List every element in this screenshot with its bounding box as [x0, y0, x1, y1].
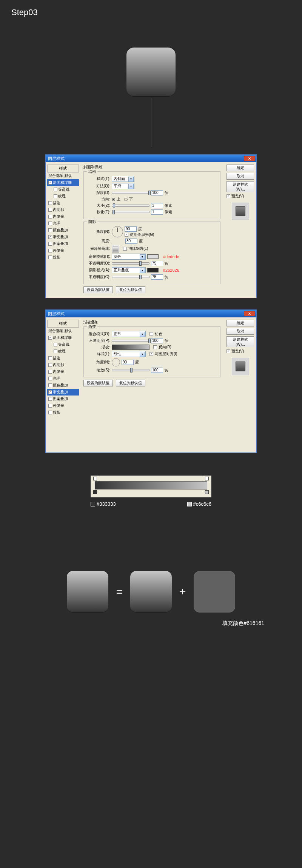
slider-highlight-opacity[interactable] [112, 262, 149, 265]
input-soften[interactable]: 1 [151, 209, 163, 215]
style-row-pattern-overlay[interactable]: 图案叠加 [47, 396, 79, 402]
checkbox-icon[interactable] [48, 208, 52, 212]
style-row-pattern-overlay[interactable]: 图案叠加 [47, 240, 79, 247]
style-row-inner-glow[interactable]: 内发光 [47, 213, 79, 220]
style-row-drop-shadow[interactable]: 投影 [47, 409, 79, 416]
new-style-button[interactable]: 新建样式(W)... [226, 336, 254, 347]
checkbox-icon[interactable] [48, 411, 52, 414]
checkbox-icon[interactable] [48, 383, 52, 387]
checkbox-icon[interactable] [48, 181, 52, 185]
input-opacity[interactable]: 100 [151, 338, 163, 343]
angle-picker[interactable] [112, 226, 123, 237]
cancel-button[interactable]: 取消 [226, 328, 254, 335]
checkbox-icon[interactable] [48, 397, 52, 401]
checkbox-icon[interactable] [54, 349, 57, 353]
slider-depth[interactable] [112, 192, 149, 194]
style-row-color-overlay[interactable]: 颜色叠加 [47, 382, 79, 389]
style-row-outer-glow[interactable]: 外发光 [47, 402, 79, 409]
checkbox-icon[interactable] [48, 390, 52, 394]
checkbox-icon[interactable] [48, 336, 52, 340]
checkbox-icon[interactable] [54, 343, 57, 346]
gradient-swatch[interactable] [112, 345, 149, 350]
input-highlight-opacity[interactable]: 75 [151, 261, 163, 266]
checkbox-reverse[interactable] [153, 345, 157, 349]
style-row-grad-overlay[interactable]: 渐变叠加 [47, 389, 79, 396]
style-row-blend-default[interactable]: 混合选项:默认 [47, 328, 79, 334]
close-button[interactable]: X [244, 311, 255, 316]
highlight-color-swatch[interactable] [147, 254, 159, 259]
style-row-satin[interactable]: 光泽 [47, 375, 79, 382]
gradient-bar[interactable] [95, 481, 207, 489]
checkbox-dither[interactable] [149, 332, 153, 336]
input-angle[interactable]: 90 [125, 226, 137, 232]
gloss-contour-picker[interactable] [112, 245, 119, 252]
angle-picker[interactable] [112, 358, 120, 366]
checkbox-icon[interactable] [48, 249, 52, 252]
ok-button[interactable]: 确定 [226, 165, 254, 171]
input-size[interactable]: 3 [151, 203, 163, 208]
input-altitude[interactable]: 30 [125, 239, 137, 244]
gradient-editor[interactable] [91, 476, 211, 497]
slider-scale[interactable] [112, 369, 149, 371]
style-row-satin[interactable]: 光泽 [47, 220, 79, 227]
color-stop-left[interactable] [93, 490, 97, 494]
reset-default-button[interactable]: 复位为默认值 [116, 286, 145, 293]
checkbox-icon[interactable] [48, 222, 52, 225]
style-row-grad-overlay[interactable]: 渐变叠加 [47, 234, 79, 240]
ok-button[interactable]: 确定 [226, 320, 254, 326]
cancel-button[interactable]: 取消 [226, 173, 254, 180]
style-row-outer-glow[interactable]: 外发光 [47, 247, 79, 254]
select-shadow-mode[interactable]: 正片叠底 [112, 267, 146, 273]
style-row-bevel[interactable]: 斜面和浮雕 [47, 334, 79, 341]
set-default-button[interactable]: 设置为默认值 [83, 380, 113, 386]
select-method[interactable]: 平滑 [112, 183, 134, 189]
checkbox-icon[interactable] [48, 242, 52, 246]
checkbox-icon[interactable] [48, 404, 52, 408]
checkbox-icon[interactable] [54, 194, 57, 198]
new-style-button[interactable]: 新建样式(W)... [226, 181, 254, 192]
radio-down[interactable] [124, 198, 128, 201]
checkbox-icon[interactable] [48, 235, 52, 239]
close-button[interactable]: X [244, 156, 255, 161]
style-row-stroke[interactable]: 描边 [47, 200, 79, 206]
opacity-stop-right[interactable] [205, 477, 209, 480]
checkbox-icon[interactable] [48, 356, 52, 360]
input-depth[interactable]: 100 [151, 190, 163, 195]
input-angle[interactable]: 90 [122, 360, 134, 365]
checkbox-global-light[interactable] [125, 233, 128, 237]
checkbox-preview[interactable] [226, 194, 230, 198]
radio-up[interactable] [112, 198, 115, 201]
checkbox-preview[interactable] [226, 349, 230, 353]
checkbox-icon[interactable] [48, 370, 52, 374]
checkbox-align-layer[interactable] [149, 352, 153, 356]
style-row-contour[interactable]: 等高线 [47, 186, 79, 193]
style-row-bevel[interactable]: 斜面和浮雕 [47, 179, 79, 186]
style-row-drop-shadow[interactable]: 投影 [47, 254, 79, 261]
select-blend-mode[interactable]: 正常 [112, 331, 146, 337]
select-grad-style[interactable]: 线性 [112, 351, 146, 357]
checkbox-icon[interactable] [54, 188, 57, 191]
checkbox-icon[interactable] [48, 363, 52, 367]
reset-default-button[interactable]: 复位为默认值 [116, 380, 145, 386]
style-row-stroke[interactable]: 描边 [47, 355, 79, 362]
slider-size[interactable] [112, 205, 149, 207]
slider-soften[interactable] [112, 211, 149, 213]
checkbox-icon[interactable] [48, 201, 52, 205]
opacity-stop-left[interactable] [93, 477, 97, 480]
style-row-inner-shadow[interactable]: 内阴影 [47, 206, 79, 213]
style-row-blend-default[interactable]: 混合选项:默认 [47, 172, 79, 179]
color-stop-right[interactable] [205, 490, 209, 494]
input-scale[interactable]: 100 [151, 368, 163, 373]
select-style[interactable]: 内斜面 [112, 176, 134, 182]
checkbox-antialias[interactable] [123, 247, 127, 251]
checkbox-icon[interactable] [48, 215, 52, 219]
style-row-color-overlay[interactable]: 颜色叠加 [47, 227, 79, 234]
style-row-contour[interactable]: 等高线 [47, 341, 79, 348]
set-default-button[interactable]: 设置为默认值 [83, 286, 113, 293]
slider-opacity[interactable] [112, 340, 149, 342]
checkbox-icon[interactable] [48, 255, 52, 259]
select-highlight-mode[interactable]: 滤色 [112, 254, 146, 260]
shadow-color-swatch[interactable] [147, 268, 159, 272]
input-shadow-opacity[interactable]: 75 [151, 274, 163, 280]
style-row-texture[interactable]: 纹理 [47, 193, 79, 200]
